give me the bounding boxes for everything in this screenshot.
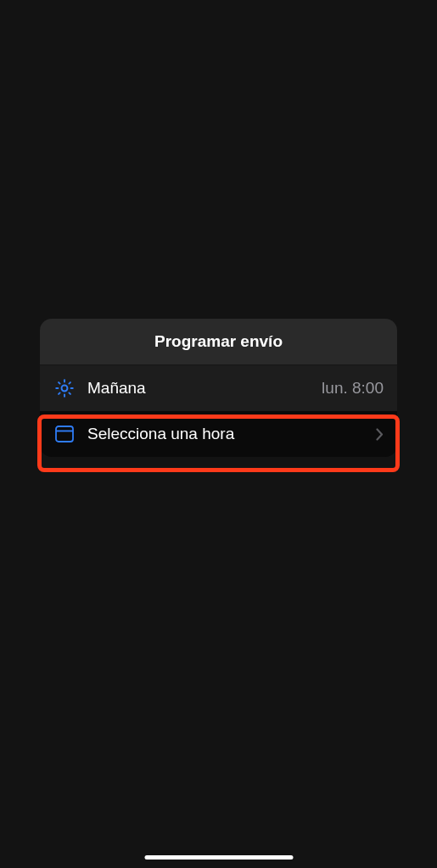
sheet-title: Programar envío [40,332,397,351]
option-label: Mañana [87,379,310,398]
option-label: Selecciona una hora [87,425,360,443]
option-detail: lun. 8:00 [322,379,384,398]
calendar-icon [53,423,76,445]
chevron-right-icon [375,427,384,441]
svg-rect-9 [56,426,73,442]
sheet-header: Programar envío [40,319,397,364]
home-indicator [144,855,293,860]
svg-line-5 [59,382,60,384]
svg-line-7 [59,392,60,394]
option-select-time[interactable]: Selecciona una hora [40,411,397,457]
svg-line-6 [69,392,70,394]
sun-icon [53,377,76,399]
schedule-send-sheet: Programar envío Mañana lun. 8:00 [40,319,397,457]
svg-line-8 [69,382,70,384]
svg-point-0 [62,386,68,392]
option-tomorrow[interactable]: Mañana lun. 8:00 [40,364,397,411]
